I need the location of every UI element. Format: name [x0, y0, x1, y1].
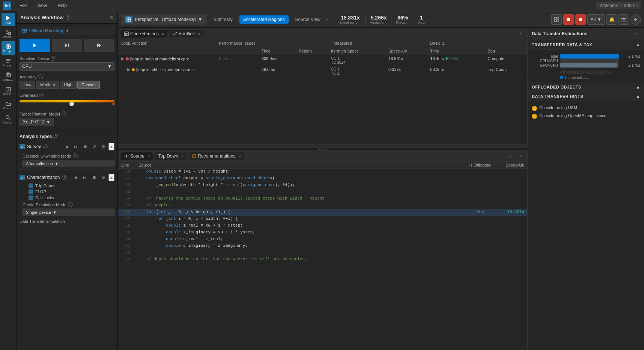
overhead-info-icon[interactable]: ?	[39, 93, 44, 98]
data-transfer-minimize[interactable]: —	[624, 30, 631, 38]
recommendations-tab-close[interactable]: ×	[238, 154, 241, 158]
characterization-checkbox[interactable]: ✓	[20, 175, 25, 180]
run-finish-button[interactable]	[84, 39, 114, 52]
toolbar-grid-icon[interactable]	[551, 14, 562, 25]
tab-code-regions[interactable]: Code Regions ×	[121, 30, 167, 38]
accuracy-low-btn[interactable]: Low	[20, 81, 35, 89]
sidebar-item-add-project[interactable]: Add P...	[2, 84, 15, 98]
char-step-btn[interactable]: ⏭	[81, 174, 89, 181]
data-transfer-hints-header[interactable]: DATA TRANSFER HINTS ▲	[528, 92, 644, 101]
baseline-info-icon[interactable]: ?	[51, 56, 56, 61]
help-menu[interactable]: Help	[55, 2, 69, 9]
table-row[interactable]: ▶ [loop in stbi_zlib_compress at st 28.0…	[118, 66, 527, 77]
row-status-dot-1	[132, 68, 135, 71]
char-stop-btn[interactable]: ⏹	[90, 174, 98, 181]
survey-run-btn[interactable]: ▶	[63, 143, 71, 150]
callstacks-checkbox[interactable]	[29, 195, 33, 200]
survey-collapse-btn[interactable]: ▲	[108, 143, 114, 150]
analysis-types-info-icon[interactable]: ?	[53, 134, 58, 139]
source-tab-close[interactable]: ×	[147, 154, 150, 158]
char-run-btn[interactable]: ▶	[72, 174, 80, 181]
sidebar-item-workflow[interactable]: Workf...	[2, 27, 15, 41]
code-line-51: 51 unsigned char* output = static_cast<u…	[118, 176, 527, 182]
source-panel-minimize[interactable]: —	[507, 152, 515, 160]
sidebar-item-run[interactable]: Run	[2, 13, 15, 26]
sidebar-item-snapshots[interactable]: Snap...	[2, 70, 15, 83]
workflow-info-icon[interactable]: ?	[66, 15, 71, 20]
accuracy-high-btn[interactable]: High	[60, 81, 77, 89]
transferred-data-section-header[interactable]: TRANSFERRED DATA & TAX ▲	[528, 40, 644, 50]
bell-icon[interactable]: 🔔	[606, 14, 617, 25]
toolbar-red-circle-icon[interactable]	[575, 14, 586, 25]
user-close[interactable]: ×	[635, 3, 638, 8]
all-select[interactable]: All ▼	[587, 14, 605, 25]
roofline-tab-close[interactable]: ×	[198, 32, 200, 36]
toolbar-red-square-icon[interactable]	[563, 14, 574, 25]
code-line-50: 50 double ystep = (y1 - y0) / height;	[118, 169, 527, 176]
row-expand-1[interactable]: ▶	[127, 67, 130, 72]
survey-step-btn[interactable]: ⏭	[72, 143, 80, 150]
tab-source-view[interactable]: Source View	[292, 15, 324, 24]
hint-item-0: ⚠ Consider using USM	[532, 104, 640, 112]
perspective-button[interactable]: Perspective: Offload Modeling ▼	[121, 14, 206, 25]
overhead-slider[interactable]	[20, 100, 114, 108]
tab-summary[interactable]: Summary	[209, 15, 236, 24]
offloaded-objects-section-header[interactable]: OFFLOADED OBJECTS ▲	[528, 83, 644, 92]
code-regions-minimize[interactable]: —	[507, 30, 515, 38]
cache-sim-info-icon[interactable]: ?	[68, 202, 73, 207]
accuracy-medium-btn[interactable]: Medium	[36, 81, 59, 89]
svg-line-37	[126, 155, 127, 158]
welcome-close[interactable]: ×	[620, 3, 622, 8]
view-menu[interactable]: View	[35, 2, 49, 9]
file-menu[interactable]: File	[17, 2, 29, 9]
run-play-button[interactable]	[20, 39, 50, 52]
add-view-icon[interactable]: +	[630, 14, 641, 25]
char-collapse-btn[interactable]: ▲	[108, 174, 114, 181]
top-down-tab-close[interactable]: ×	[181, 154, 184, 158]
data-transfer-panel: Data Transfer Estimations — × TRANSFERRE…	[528, 28, 644, 350]
tab-recommendations[interactable]: Recommendations ×	[189, 152, 244, 160]
row-expand-0[interactable]: ▶	[121, 56, 124, 61]
survey-refresh-btn[interactable]: ↺	[90, 143, 98, 150]
tab-roofline[interactable]: Roofline ×	[170, 30, 203, 38]
chart-axis: 0 B 500.0 kB 1.0 MB 1.5 MB 2.0 MB	[532, 71, 640, 74]
characterization-info-icon[interactable]: ?	[62, 175, 67, 180]
run-step-button[interactable]	[52, 39, 83, 52]
code-regions-tab-close[interactable]: ×	[162, 32, 164, 36]
camera-icon[interactable]: 📷	[618, 14, 629, 25]
callstack-mode-info-icon[interactable]: ?	[73, 153, 78, 158]
survey-checkbox[interactable]: ✓	[20, 144, 25, 149]
source-panel-close[interactable]: ×	[517, 152, 524, 160]
trip-counts-checkbox[interactable]	[29, 183, 33, 188]
cache-sim-mode-label: Cache Simulation Mode	[23, 203, 66, 207]
data-transfer-close[interactable]: ×	[633, 30, 640, 38]
target-platform-select[interactable]: XeLP GT2 ▼	[20, 118, 54, 126]
transferred-data-collapse-icon: ▲	[636, 42, 640, 47]
callstack-mode-select[interactable]: After collection ▼	[23, 160, 114, 167]
offload-modeling-bar[interactable]: Offload Modeling ▼	[20, 27, 114, 35]
target-platform-info-icon[interactable]: ?	[62, 111, 66, 116]
sidebar-item-properties[interactable]: Prope...	[2, 56, 15, 69]
survey-stop-btn[interactable]: ⏹	[81, 143, 89, 150]
code-line-57: 57 for (int i = 0; i < width; ++i) {	[118, 216, 527, 223]
survey-settings-btn[interactable]: ⚙	[99, 143, 107, 150]
flop-checkbox[interactable]	[29, 189, 33, 194]
sidebar-item-navigate[interactable]: Navig...	[2, 113, 15, 126]
sidebar-item-perspective[interactable]: Persp...	[2, 41, 15, 55]
tab-source[interactable]: Source ×	[121, 152, 153, 160]
table-row[interactable]: ▶ [loop in main at mandelbrot.cpp: Code …	[118, 55, 527, 66]
char-settings-btn[interactable]: ⚙	[99, 174, 107, 181]
workflow-close[interactable]: ✕	[109, 14, 114, 20]
tab-nav-more[interactable]: ›	[325, 16, 330, 23]
baseline-device-select[interactable]: CPU ▼	[20, 62, 114, 71]
accuracy-custom-btn[interactable]: Custom	[77, 81, 100, 89]
svg-marker-19	[33, 44, 36, 47]
sidebar-item-open[interactable]: Open...	[2, 98, 15, 112]
accuracy-info-icon[interactable]: ?	[38, 74, 43, 79]
cache-sim-mode-select[interactable]: Single Device ▼	[23, 209, 114, 216]
tab-top-down[interactable]: Top Down ×	[155, 152, 187, 160]
tab-accelerated-regions[interactable]: Accelerated Regions	[239, 15, 289, 24]
survey-info-icon[interactable]: ?	[43, 144, 48, 149]
code-regions-close[interactable]: ×	[517, 30, 524, 38]
code-regions-scrollbar[interactable]	[118, 144, 527, 147]
